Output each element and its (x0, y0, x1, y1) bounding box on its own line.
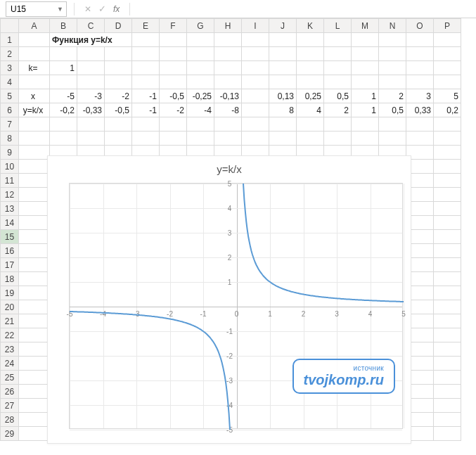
cell-H4[interactable] (214, 75, 242, 89)
cell-P6[interactable]: 0,2 (434, 103, 461, 117)
cell-P8[interactable] (434, 132, 461, 146)
embedded-chart[interactable]: y=k/x -5-4-3-2-1012345-5-4-3-2-112345 ис… (47, 155, 411, 444)
cell-L3[interactable] (324, 61, 352, 75)
cell-C3[interactable] (77, 61, 105, 75)
cell-K6[interactable]: 4 (297, 103, 324, 117)
column-header-M[interactable]: M (352, 19, 379, 33)
cell-P15[interactable] (434, 230, 461, 244)
cell-P2[interactable] (434, 47, 461, 61)
cell-P16[interactable] (434, 244, 461, 258)
cell-E4[interactable] (132, 75, 160, 89)
cell-L6[interactable]: 2 (324, 103, 352, 117)
cell-J3[interactable] (269, 61, 297, 75)
row-header-5[interactable]: 5 (1, 89, 19, 103)
row-header-27[interactable]: 27 (1, 399, 19, 413)
cell-P26[interactable] (434, 385, 461, 399)
cell-A10[interactable] (19, 160, 50, 174)
row-header-1[interactable]: 1 (1, 33, 19, 47)
cell-K7[interactable] (297, 117, 324, 132)
column-header-L[interactable]: L (324, 19, 352, 33)
cell-A21[interactable] (19, 314, 50, 328)
cell-P29[interactable] (434, 427, 461, 441)
cell-P21[interactable] (434, 314, 461, 328)
row-header-23[interactable]: 23 (1, 342, 19, 357)
cell-A17[interactable] (19, 258, 50, 272)
cell-F6[interactable]: -2 (160, 103, 187, 117)
row-header-8[interactable]: 8 (1, 132, 19, 146)
cell-H2[interactable] (214, 47, 242, 61)
cell-A3[interactable]: k= (19, 61, 50, 75)
cell-H3[interactable] (214, 61, 242, 75)
cell-J2[interactable] (269, 47, 297, 61)
cell-E5[interactable]: -1 (132, 89, 160, 103)
cell-B2[interactable] (50, 47, 77, 61)
row-header-14[interactable]: 14 (1, 216, 19, 230)
cell-M5[interactable]: 1 (352, 89, 379, 103)
cell-C4[interactable] (77, 75, 105, 89)
column-header-C[interactable]: C (77, 19, 105, 33)
select-all-corner[interactable] (1, 19, 19, 33)
cell-P10[interactable] (434, 160, 461, 174)
column-header-G[interactable]: G (187, 19, 214, 33)
row-header-3[interactable]: 3 (1, 61, 19, 75)
cell-I1[interactable] (242, 33, 269, 47)
cell-A18[interactable] (19, 272, 50, 286)
cell-G4[interactable] (187, 75, 214, 89)
cell-H8[interactable] (214, 132, 242, 146)
column-header-F[interactable]: F (160, 19, 187, 33)
cell-B1[interactable]: Функция y=k/x (50, 33, 132, 47)
cell-M6[interactable]: 1 (352, 103, 379, 117)
column-header-B[interactable]: B (50, 19, 77, 33)
cell-E3[interactable] (132, 61, 160, 75)
cell-B4[interactable] (50, 75, 77, 89)
cell-B6[interactable]: -0,2 (50, 103, 77, 117)
cell-M8[interactable] (352, 132, 379, 146)
column-header-H[interactable]: H (214, 19, 242, 33)
cell-I6[interactable] (242, 103, 269, 117)
cell-D3[interactable] (105, 61, 132, 75)
cell-P4[interactable] (434, 75, 461, 89)
cell-F5[interactable]: -0,5 (160, 89, 187, 103)
name-box-dropdown-icon[interactable]: ▼ (57, 6, 63, 13)
row-header-19[interactable]: 19 (1, 286, 19, 300)
cell-A29[interactable] (19, 427, 50, 441)
cell-K5[interactable]: 0,25 (297, 89, 324, 103)
cell-L4[interactable] (324, 75, 352, 89)
cell-F7[interactable] (160, 117, 187, 132)
worksheet-grid[interactable]: ABCDEFGHIJKLMNOP1Функция y=k/x23k=145x-5… (0, 18, 476, 455)
cell-C7[interactable] (77, 117, 105, 132)
cell-H5[interactable]: -0,13 (214, 89, 242, 103)
cell-O7[interactable] (406, 117, 434, 132)
cell-M7[interactable] (352, 117, 379, 132)
cell-N8[interactable] (379, 132, 406, 146)
cell-D5[interactable]: -2 (105, 89, 132, 103)
row-header-7[interactable]: 7 (1, 117, 19, 132)
cell-D8[interactable] (105, 132, 132, 146)
cell-G3[interactable] (187, 61, 214, 75)
cell-P3[interactable] (434, 61, 461, 75)
cell-P5[interactable]: 5 (434, 89, 461, 103)
cell-C6[interactable]: -0,33 (77, 103, 105, 117)
cell-E7[interactable] (132, 117, 160, 132)
cell-E6[interactable]: -1 (132, 103, 160, 117)
cell-P9[interactable] (434, 146, 461, 160)
cell-A13[interactable] (19, 202, 50, 216)
cell-A26[interactable] (19, 385, 50, 399)
row-header-9[interactable]: 9 (1, 146, 19, 160)
row-header-4[interactable]: 4 (1, 75, 19, 89)
cell-J8[interactable] (269, 132, 297, 146)
cell-O8[interactable] (406, 132, 434, 146)
cell-P18[interactable] (434, 272, 461, 286)
cell-I4[interactable] (242, 75, 269, 89)
cell-G6[interactable]: -4 (187, 103, 214, 117)
cell-F1[interactable] (160, 33, 187, 47)
cell-F2[interactable] (160, 47, 187, 61)
cell-D4[interactable] (105, 75, 132, 89)
cell-I5[interactable] (242, 89, 269, 103)
cell-A25[interactable] (19, 371, 50, 385)
cell-E8[interactable] (132, 132, 160, 146)
column-header-I[interactable]: I (242, 19, 269, 33)
row-header-21[interactable]: 21 (1, 314, 19, 328)
cell-J5[interactable]: 0,13 (269, 89, 297, 103)
column-header-A[interactable]: A (19, 19, 50, 33)
